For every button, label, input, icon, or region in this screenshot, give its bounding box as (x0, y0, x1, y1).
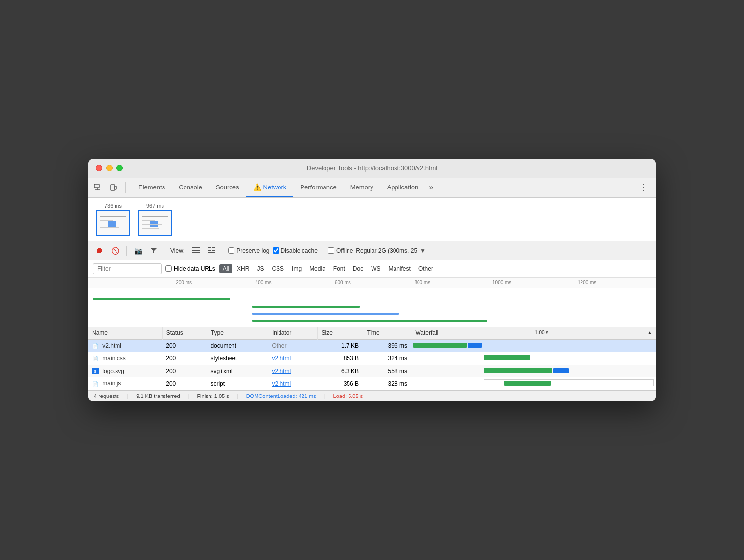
clear-button[interactable]: 🚫 (109, 244, 121, 257)
tab-console[interactable]: Console (172, 178, 209, 197)
filter-type-css[interactable]: CSS (268, 264, 287, 273)
th-name[interactable]: Name (88, 327, 162, 340)
inspect-element-icon[interactable] (92, 182, 104, 193)
row-size: 1.7 KB (317, 339, 363, 352)
row-waterfall (411, 365, 656, 377)
row-size: 356 B (317, 377, 363, 390)
tab-application[interactable]: Application (380, 178, 425, 197)
filter-type-media[interactable]: Media (306, 264, 329, 273)
screenshots-bar: 736 ms 967 ms (88, 198, 656, 241)
th-initiator[interactable]: Initiator (268, 327, 317, 340)
tab-performance[interactable]: Performance (293, 178, 343, 197)
filter-button[interactable] (147, 244, 160, 257)
view-list-button[interactable] (189, 244, 202, 257)
filter-type-other[interactable]: Other (415, 264, 437, 273)
screenshot-thumb-1[interactable] (96, 210, 130, 236)
status-bar: 4 requests | 9.1 KB transferred | Finish… (88, 390, 656, 401)
more-tabs-button[interactable]: » (425, 183, 437, 192)
waterfall-green-bar (504, 381, 551, 386)
tab-network[interactable]: ⚠️ Network (246, 178, 294, 197)
tab-sources[interactable]: Sources (209, 178, 246, 197)
requests-count: 4 requests (94, 393, 119, 399)
throttle-selector[interactable]: Regular 2G (300ms, 25 (356, 247, 417, 254)
svg-rect-11 (212, 250, 215, 251)
offline-label[interactable]: Offline (328, 247, 353, 254)
ruler-600ms: 600 ms (335, 280, 351, 285)
svg-rect-5 (192, 247, 200, 248)
row-name: 📄 main.js (88, 377, 162, 390)
tab-memory[interactable]: Memory (344, 178, 380, 197)
dom-content-loaded: DOMContentLoaded: 421 ms (246, 393, 316, 399)
filter-type-xhr[interactable]: XHR (233, 264, 253, 273)
screenshot-thumb-2[interactable] (138, 210, 172, 236)
filter-type-ws[interactable]: WS (368, 264, 384, 273)
th-size[interactable]: Size (317, 327, 363, 340)
screenshot-item-1[interactable]: 736 ms (96, 203, 130, 236)
toolbar-divider-2 (165, 246, 165, 256)
filter-type-all[interactable]: All (219, 264, 232, 273)
ruler-400ms: 400 ms (256, 280, 272, 285)
devtools-menu-button[interactable]: ⋮ (635, 182, 652, 193)
timeline-green-line-1 (93, 298, 230, 300)
th-waterfall[interactable]: Waterfall 1.00 s ▲ (411, 327, 656, 340)
network-toolbar: ⏺ 🚫 📷 View: (88, 241, 656, 260)
ruler-1200ms: 1200 ms (578, 280, 596, 285)
toolbar-divider-4 (323, 246, 323, 256)
hide-data-urls-label[interactable]: Hide data URLs (165, 265, 215, 272)
view-group-button[interactable] (205, 244, 218, 257)
preserve-log-checkbox[interactable] (228, 247, 234, 254)
filter-type-doc[interactable]: Doc (349, 264, 367, 273)
filter-type-manifest[interactable]: Manifest (385, 264, 414, 273)
th-time[interactable]: Time (363, 327, 411, 340)
title-bar: Developer Tools - http://localhost:3000/… (88, 159, 656, 178)
device-toolbar-icon[interactable] (108, 182, 119, 193)
window-title: Developer Tools - http://localhost:3000/… (307, 164, 437, 172)
close-button[interactable] (96, 165, 102, 171)
table-row[interactable]: S logo.svg 200 svg+xml v2.html 6.3 KB 55… (88, 365, 656, 377)
disable-cache-label[interactable]: Disable cache (273, 247, 318, 254)
row-initiator[interactable]: v2.html (268, 352, 317, 365)
finish-time: Finish: 1.05 s (197, 393, 229, 399)
screenshot-item-2[interactable]: 967 ms (138, 203, 172, 236)
throttle-dropdown-icon[interactable]: ▼ (420, 247, 426, 254)
row-type: document (207, 339, 268, 352)
waterfall-green-bar (484, 368, 552, 373)
network-table-container[interactable]: Name Status Type Initiator Size Time Wat… (88, 327, 656, 390)
th-type[interactable]: Type (207, 327, 268, 340)
table-row[interactable]: 📄 main.js 200 script v2.html 356 B 328 m… (88, 377, 656, 390)
svg-rect-7 (192, 252, 200, 253)
waterfall-time-label: 1.00 s (535, 330, 548, 335)
filter-input[interactable] (93, 263, 162, 274)
filter-type-js[interactable]: JS (254, 264, 267, 273)
screenshot-capture-button[interactable]: 📷 (132, 244, 144, 257)
maximize-button[interactable] (116, 165, 123, 171)
timeline-graph[interactable] (88, 288, 656, 327)
network-table: Name Status Type Initiator Size Time Wat… (88, 327, 656, 390)
svg-rect-0 (94, 184, 99, 188)
timeline-area: 200 ms 400 ms 600 ms 800 ms 1000 ms 1200… (88, 278, 656, 327)
tab-elements[interactable]: Elements (132, 178, 172, 197)
disable-cache-checkbox[interactable] (273, 247, 279, 254)
row-initiator[interactable]: v2.html (268, 365, 317, 377)
table-row[interactable]: 📄 v2.html 200 document Other 1.7 KB 396 … (88, 339, 656, 352)
filter-type-img[interactable]: Img (288, 264, 305, 273)
hide-data-urls-checkbox[interactable] (165, 265, 172, 272)
table-row[interactable]: 📄 main.css 200 stylesheet v2.html 853 B … (88, 352, 656, 365)
toolbar-divider-3 (223, 246, 223, 256)
offline-checkbox[interactable] (328, 247, 334, 254)
file-icon: 📄 (92, 380, 99, 387)
svg-rect-3 (111, 185, 115, 190)
minimize-button[interactable] (106, 165, 113, 171)
th-status[interactable]: Status (162, 327, 207, 340)
svg-rect-6 (192, 250, 200, 251)
waterfall-blue-bar (468, 343, 482, 348)
row-initiator[interactable]: v2.html (268, 377, 317, 390)
timeline-green-bar-2 (252, 320, 487, 322)
file-icon: 📄 (92, 355, 99, 362)
filter-type-font[interactable]: Font (330, 264, 349, 273)
row-name: S logo.svg (88, 365, 162, 377)
screenshot-time-1: 736 ms (104, 203, 122, 209)
transferred-size: 9.1 KB transferred (136, 393, 180, 399)
preserve-log-label[interactable]: Preserve log (228, 247, 269, 254)
record-button[interactable]: ⏺ (93, 244, 106, 257)
